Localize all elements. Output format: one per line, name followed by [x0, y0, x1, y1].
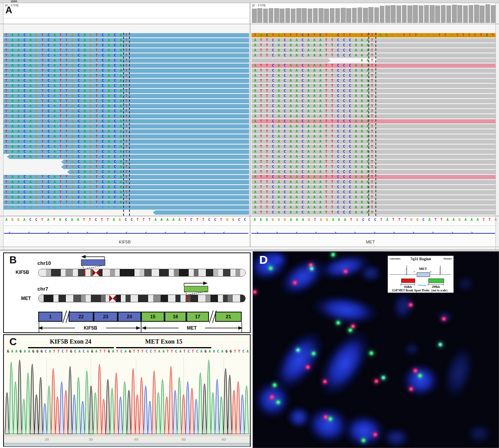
base: A — [359, 150, 365, 154]
coverage-bar — [391, 5, 396, 23]
base: A — [288, 48, 294, 53]
base: G — [70, 89, 76, 93]
base: C — [112, 104, 118, 108]
coverage-bar — [374, 7, 379, 23]
base: A — [294, 109, 299, 113]
base: C — [347, 69, 353, 73]
base: T — [369, 195, 375, 199]
top-scroll-thumb[interactable] — [11, 0, 17, 2]
base: T — [124, 43, 129, 48]
base: A — [106, 79, 112, 83]
base: A — [52, 129, 58, 134]
base: A — [252, 48, 258, 53]
coverage-range-right: [0 - 1729] — [252, 4, 265, 7]
base: A — [359, 145, 365, 149]
base: A — [288, 165, 294, 169]
base: C — [282, 195, 288, 199]
base: C — [341, 165, 347, 169]
base: A — [9, 190, 15, 194]
base: G — [88, 53, 94, 58]
base: C — [270, 175, 276, 179]
base: C — [76, 180, 81, 184]
base: A — [82, 114, 88, 118]
base: T — [329, 119, 335, 123]
base: C — [206, 218, 212, 222]
base: C — [282, 79, 288, 83]
base: T — [264, 155, 270, 159]
base: C — [46, 74, 51, 78]
base: C — [372, 218, 378, 222]
base: A — [52, 150, 58, 154]
base: A — [359, 63, 365, 68]
base: T — [124, 205, 129, 210]
base: T — [258, 155, 264, 159]
base: G — [88, 160, 94, 164]
base: C — [112, 190, 118, 194]
base: C — [112, 119, 118, 123]
base: T — [64, 155, 70, 159]
base: A — [276, 104, 282, 108]
base: A — [311, 38, 317, 42]
base: C — [100, 175, 106, 179]
base: A — [353, 210, 359, 215]
base: A — [306, 205, 311, 210]
base: T — [124, 155, 129, 159]
base: T — [323, 119, 329, 123]
base: G — [34, 185, 39, 189]
base: T — [329, 134, 335, 139]
base: C — [46, 195, 51, 199]
base: A — [9, 53, 15, 58]
base: A — [276, 210, 282, 215]
base: A — [317, 170, 323, 174]
base: A — [52, 58, 58, 63]
base: A — [317, 89, 323, 93]
fish-signal-red — [374, 433, 377, 436]
base: G — [34, 33, 39, 37]
base: C — [335, 145, 341, 149]
base: A — [353, 43, 359, 48]
base: T — [124, 114, 129, 118]
base: G — [414, 218, 420, 222]
base: T — [4, 104, 9, 108]
base: A — [52, 53, 58, 58]
base: T — [264, 145, 270, 149]
fish-signal-red — [375, 380, 378, 383]
base: A — [252, 79, 258, 83]
base: A — [28, 48, 34, 53]
base: T — [369, 38, 375, 42]
base: C — [112, 84, 118, 88]
base: G — [70, 48, 76, 53]
fish-signal-green — [349, 329, 352, 332]
base: T — [40, 69, 46, 73]
base: A — [82, 160, 88, 164]
base: A — [82, 89, 88, 93]
base: C — [76, 139, 81, 144]
trace-scrollbar[interactable] — [4, 443, 250, 446]
base: C — [347, 79, 353, 83]
base: T — [94, 94, 100, 98]
base: A — [16, 53, 21, 58]
base: G — [88, 175, 94, 179]
base: C — [46, 150, 51, 154]
base: A — [359, 185, 365, 189]
base: T — [87, 218, 93, 222]
base: C — [335, 38, 341, 42]
base: T — [64, 84, 70, 88]
base: A — [317, 104, 323, 108]
base: T — [64, 119, 70, 123]
base: A — [252, 38, 258, 42]
base: C — [335, 69, 341, 73]
base: C — [341, 150, 347, 154]
base: T — [481, 218, 487, 222]
base: G — [353, 33, 359, 37]
base: T — [124, 145, 129, 149]
base: T — [323, 155, 329, 159]
base: T — [329, 53, 335, 58]
base: A — [52, 114, 58, 118]
base: A — [16, 99, 21, 103]
base: T — [323, 150, 329, 154]
base: A — [288, 190, 294, 194]
panel-a-igv-alignment: A [0 - 1729] [0 - 1729] TAACAGTCATTGCAGT… — [0, 0, 499, 250]
base: T — [124, 180, 129, 184]
base: A — [359, 119, 365, 123]
